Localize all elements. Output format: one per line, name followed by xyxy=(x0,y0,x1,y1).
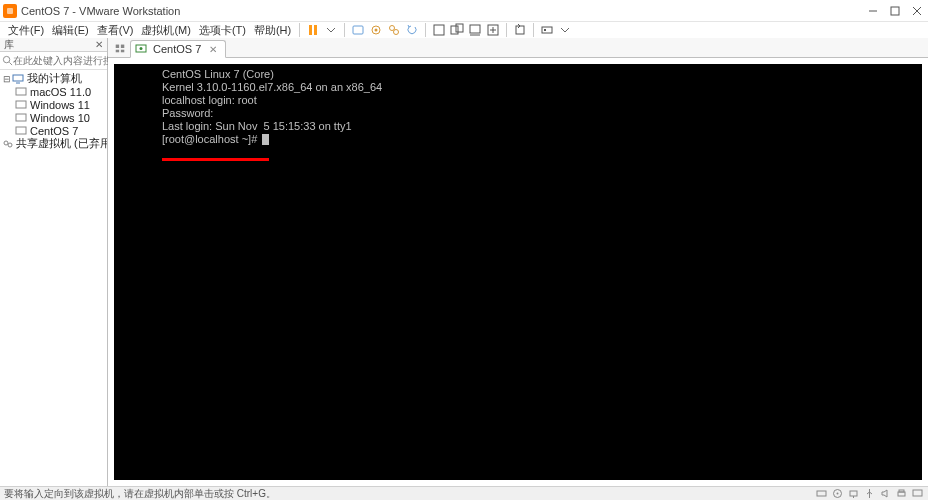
unity-icon[interactable] xyxy=(448,22,466,38)
console-line: Password: xyxy=(162,107,922,120)
svg-rect-16 xyxy=(470,25,480,33)
menu-view[interactable]: 查看(V) xyxy=(93,23,138,38)
svg-rect-24 xyxy=(13,75,23,81)
svg-rect-3 xyxy=(891,7,899,15)
tree-item-label: CentOS 7 xyxy=(30,125,78,137)
tree-item-macos[interactable]: macOS 11.0 xyxy=(2,85,107,98)
separator xyxy=(533,23,534,37)
svg-rect-15 xyxy=(456,24,463,32)
snapshot-icon[interactable] xyxy=(367,22,385,38)
tree-root-my-computer[interactable]: ⊟ 我的计算机 xyxy=(2,72,107,85)
svg-point-11 xyxy=(390,26,395,31)
device-sound-icon[interactable] xyxy=(878,488,892,500)
tree-item-label: macOS 11.0 xyxy=(30,86,91,98)
device-cd-icon[interactable] xyxy=(830,488,844,500)
svg-rect-6 xyxy=(309,25,312,35)
console-container: CentOS Linux 7 (Core) Kernel 3.10.0-1160… xyxy=(108,58,928,486)
svg-rect-38 xyxy=(817,491,826,496)
device-usb-icon[interactable] xyxy=(862,488,876,500)
computer-icon xyxy=(11,73,25,85)
tree-root-label: 我的计算机 xyxy=(27,71,82,86)
console-line: localhost login: root xyxy=(162,94,922,107)
vmware-app-icon xyxy=(3,4,17,18)
tree-item-label: Windows 10 xyxy=(30,112,90,124)
console-line: Kernel 3.10.0-1160.el7.x86_64 on an x86_… xyxy=(162,81,922,94)
svg-rect-27 xyxy=(16,101,26,108)
vm-icon xyxy=(14,86,28,98)
snapshot-manager-icon[interactable] xyxy=(385,22,403,38)
vm-icon xyxy=(14,112,28,124)
svg-rect-20 xyxy=(542,27,552,33)
menu-file[interactable]: 文件(F) xyxy=(4,23,48,38)
titlebar: CentOS 7 - VMware Workstation xyxy=(0,0,928,22)
tree-item-win11[interactable]: Windows 11 xyxy=(2,98,107,111)
svg-rect-44 xyxy=(899,490,904,492)
svg-point-37 xyxy=(140,47,143,50)
separator xyxy=(344,23,345,37)
svg-rect-28 xyxy=(16,114,26,121)
separator xyxy=(299,23,300,37)
svg-point-12 xyxy=(394,30,399,35)
device-network-icon[interactable] xyxy=(846,488,860,500)
svg-rect-34 xyxy=(116,50,119,53)
console-prompt-line: [root@localhost ~]# xyxy=(162,133,922,146)
maximize-button[interactable] xyxy=(884,1,906,21)
removable-devices-icon[interactable] xyxy=(538,22,556,38)
dropdown-icon[interactable] xyxy=(556,22,574,38)
svg-rect-8 xyxy=(353,26,363,34)
svg-rect-19 xyxy=(516,26,524,34)
console-view-icon[interactable] xyxy=(466,22,484,38)
close-library-icon[interactable]: ✕ xyxy=(95,39,103,50)
shared-icon xyxy=(2,138,14,150)
vm-console[interactable]: CentOS Linux 7 (Core) Kernel 3.10.0-1160… xyxy=(114,64,922,480)
library-header: 库 ✕ xyxy=(0,38,107,52)
svg-rect-21 xyxy=(544,29,546,31)
cycle-icon[interactable] xyxy=(511,22,529,38)
svg-rect-1 xyxy=(7,8,13,14)
svg-point-31 xyxy=(8,143,12,147)
device-display-icon[interactable] xyxy=(910,488,924,500)
vm-icon xyxy=(14,99,28,111)
svg-point-10 xyxy=(375,29,378,32)
separator xyxy=(425,23,426,37)
tree-shared-vms[interactable]: 共享虚拟机 (已弃用) xyxy=(2,137,107,150)
menu-vm[interactable]: 虚拟机(M) xyxy=(137,23,195,38)
send-ctrl-alt-del-icon[interactable] xyxy=(349,22,367,38)
pause-button[interactable] xyxy=(304,22,322,38)
svg-line-23 xyxy=(9,62,12,65)
device-disk-icon[interactable] xyxy=(814,488,828,500)
tab-label: CentOS 7 xyxy=(153,43,201,55)
statusbar: 要将输入定向到该虚拟机，请在虚拟机内部单击或按 Ctrl+G。 xyxy=(0,486,928,500)
tab-centos7[interactable]: CentOS 7 ✕ xyxy=(130,40,226,58)
separator xyxy=(506,23,507,37)
stretch-icon[interactable] xyxy=(484,22,502,38)
highlight-underline xyxy=(162,158,269,161)
vm-icon xyxy=(14,125,28,137)
svg-rect-43 xyxy=(898,492,905,496)
minimize-button[interactable] xyxy=(862,1,884,21)
search-icon xyxy=(2,55,13,66)
menubar: 文件(F) 编辑(E) 查看(V) 虚拟机(M) 选项卡(T) 帮助(H) xyxy=(0,22,928,38)
svg-rect-45 xyxy=(913,490,922,496)
svg-rect-13 xyxy=(434,25,444,35)
svg-rect-32 xyxy=(116,45,119,48)
dropdown-icon[interactable] xyxy=(322,22,340,38)
menu-help[interactable]: 帮助(H) xyxy=(250,23,295,38)
device-printer-icon[interactable] xyxy=(894,488,908,500)
fullscreen-icon[interactable] xyxy=(430,22,448,38)
svg-point-30 xyxy=(4,141,8,145)
home-tab-button[interactable] xyxy=(110,39,130,57)
svg-rect-33 xyxy=(121,45,124,48)
vm-tree: ⊟ 我的计算机 macOS 11.0 Windows 11 Windows 10… xyxy=(0,70,107,486)
revert-icon[interactable] xyxy=(403,22,421,38)
menu-edit[interactable]: 编辑(E) xyxy=(48,23,93,38)
library-sidebar: 库 ✕ ▾ ⊟ 我的计算机 macOS 11.0 Windows 11 xyxy=(0,38,108,486)
tab-close-icon[interactable]: ✕ xyxy=(209,44,217,55)
vm-running-icon xyxy=(135,43,147,55)
close-button[interactable] xyxy=(906,1,928,21)
library-title: 库 xyxy=(4,38,14,52)
tree-item-win10[interactable]: Windows 10 xyxy=(2,111,107,124)
tree-shared-label: 共享虚拟机 (已弃用) xyxy=(16,136,107,151)
svg-point-22 xyxy=(3,56,9,62)
menu-tabs[interactable]: 选项卡(T) xyxy=(195,23,250,38)
